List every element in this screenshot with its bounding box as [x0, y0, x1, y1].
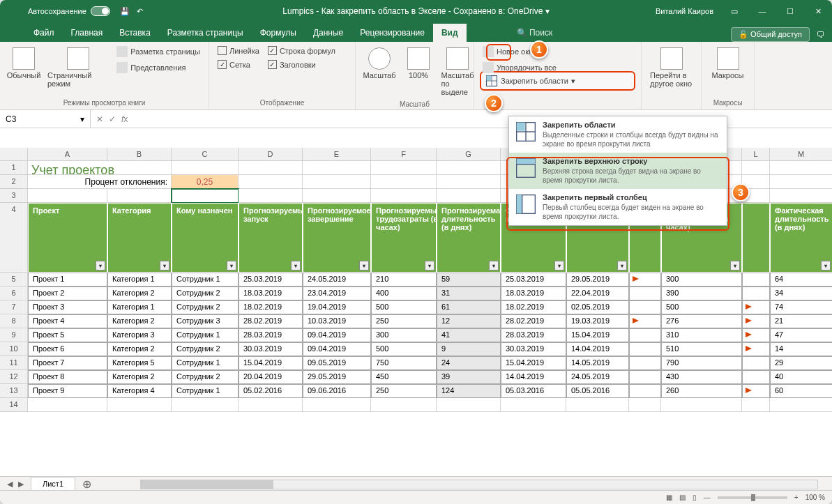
select-all-corner[interactable] — [0, 148, 28, 161]
cell[interactable] — [437, 398, 501, 412]
tab-file[interactable]: Файл — [25, 24, 63, 42]
cell[interactable] — [661, 398, 742, 412]
table-cell[interactable]: 14.04.2019 — [501, 370, 566, 384]
table-cell[interactable]: Проект 6 — [28, 342, 107, 356]
filter-button[interactable]: ▾ — [821, 261, 831, 270]
minimize-icon[interactable]: — — [748, 0, 776, 22]
table-cell[interactable]: 31 — [437, 287, 501, 300]
table-header[interactable] — [742, 203, 770, 273]
cell[interactable] — [107, 189, 172, 203]
table-cell[interactable]: 14.05.2019 — [566, 356, 629, 370]
table-cell[interactable] — [742, 300, 770, 314]
table-cell[interactable]: Категория 2 — [107, 314, 172, 328]
table-cell[interactable]: Проект 2 — [28, 287, 107, 300]
table-cell[interactable]: Сотрудник 3 — [172, 314, 239, 328]
cell[interactable] — [303, 175, 371, 189]
filter-button[interactable]: ▾ — [359, 261, 369, 270]
table-cell[interactable]: 28.03.2019 — [239, 328, 303, 342]
table-cell[interactable] — [742, 273, 770, 287]
check-headings[interactable]: Заголовки — [265, 59, 338, 70]
tab-view[interactable]: Вид — [433, 24, 467, 42]
table-cell[interactable]: Сотрудник 2 — [172, 342, 239, 356]
table-cell[interactable]: 790 — [661, 356, 742, 370]
table-cell[interactable] — [742, 328, 770, 342]
row-header[interactable]: 13 — [0, 384, 28, 398]
cell[interactable] — [437, 189, 501, 203]
table-cell[interactable] — [629, 287, 661, 300]
table-cell[interactable]: 500 — [371, 342, 437, 356]
table-cell[interactable]: Категория 2 — [107, 342, 172, 356]
table-cell[interactable]: 19.04.2019 — [303, 300, 371, 314]
table-cell[interactable]: 60 — [770, 384, 832, 398]
col-header[interactable]: F — [371, 148, 437, 161]
table-cell[interactable]: 34 — [770, 287, 832, 300]
tab-data[interactable]: Данные — [305, 24, 351, 42]
table-cell[interactable]: Категория 2 — [107, 287, 172, 300]
filter-button[interactable]: ▾ — [617, 261, 627, 270]
table-cell[interactable]: 18.02.2019 — [239, 300, 303, 314]
table-cell[interactable]: 260 — [661, 384, 742, 398]
row-header[interactable]: 1 — [0, 161, 28, 175]
table-cell[interactable]: 25.03.2019 — [239, 273, 303, 287]
table-header[interactable]: Прогнозируемые трудозатраты (в часах)▾ — [371, 203, 437, 273]
undo-icon[interactable]: ↶ — [137, 7, 143, 16]
row-header[interactable]: 10 — [0, 342, 28, 356]
table-header[interactable]: Кому назначен▾ — [172, 203, 239, 273]
table-cell[interactable]: 430 — [661, 370, 742, 384]
view-pagelayout-button[interactable]: Разметка страницы — [114, 45, 203, 59]
table-cell[interactable] — [629, 384, 661, 398]
table-cell[interactable]: Сотрудник 1 — [172, 328, 239, 342]
share-button[interactable]: 🔓 Общий доступ — [731, 27, 810, 42]
table-cell[interactable]: 14.04.2019 — [566, 342, 629, 356]
cell[interactable] — [770, 175, 832, 189]
tab-formulas[interactable]: Формулы — [252, 24, 305, 42]
table-cell[interactable]: 310 — [661, 328, 742, 342]
table-cell[interactable]: 05.05.2016 — [566, 384, 629, 398]
view-pagelayout-icon[interactable]: ▤ — [679, 494, 686, 501]
table-cell[interactable]: 18.03.2019 — [239, 287, 303, 300]
zoom-level[interactable]: 100 % — [805, 494, 825, 501]
table-cell[interactable]: 24 — [437, 356, 501, 370]
table-cell[interactable]: Проект 8 — [28, 370, 107, 384]
table-cell[interactable]: 500 — [371, 300, 437, 314]
cell-deviation[interactable]: 0,25 — [172, 175, 239, 189]
table-header[interactable]: Прогнозируемое завершение▾ — [303, 203, 371, 273]
row-header[interactable]: 2 — [0, 175, 28, 189]
table-cell[interactable]: 59 — [437, 273, 501, 287]
row-header[interactable]: 14 — [0, 398, 28, 412]
table-cell[interactable]: 210 — [371, 273, 437, 287]
view-pagebreak-button[interactable]: Страничный режим — [45, 45, 111, 91]
scrollbar-thumb[interactable] — [141, 480, 273, 489]
row-header[interactable]: 7 — [0, 300, 28, 314]
tab-insert[interactable]: Вставка — [111, 24, 159, 42]
name-box[interactable]: C3▾ — [0, 110, 91, 128]
table-cell[interactable]: 09.06.2016 — [303, 384, 371, 398]
view-pagebreak-icon[interactable]: ▯ — [693, 494, 697, 501]
table-cell[interactable]: 09.04.2019 — [303, 342, 371, 356]
table-cell[interactable]: 18.03.2019 — [501, 287, 566, 300]
table-cell[interactable]: 47 — [770, 328, 832, 342]
table-cell[interactable]: Сотрудник 2 — [172, 370, 239, 384]
table-cell[interactable]: Проект 7 — [28, 356, 107, 370]
table-cell[interactable]: 20.04.2019 — [239, 370, 303, 384]
table-cell[interactable]: 276 — [661, 314, 742, 328]
cell[interactable] — [742, 398, 770, 412]
cell[interactable] — [770, 189, 832, 203]
table-cell[interactable] — [742, 287, 770, 300]
table-cell[interactable]: 28.02.2019 — [501, 314, 566, 328]
table-cell[interactable]: 22.04.2019 — [566, 287, 629, 300]
filter-button[interactable]: ▾ — [291, 261, 301, 270]
table-cell[interactable]: 25.03.2019 — [501, 273, 566, 287]
enter-formula-icon[interactable]: ✓ — [109, 114, 116, 124]
zoom-out-icon[interactable]: — — [704, 494, 711, 501]
zoom-100-button[interactable]: 100% — [400, 45, 437, 82]
macros-button[interactable]: Макросы — [707, 45, 748, 82]
autosave-toggle[interactable]: Автосохранение — [28, 6, 110, 16]
cell[interactable] — [239, 398, 303, 412]
filter-button[interactable]: ▾ — [730, 261, 740, 270]
tab-search[interactable]: 🔍 Поиск — [508, 24, 561, 42]
filter-button[interactable]: ▾ — [96, 261, 105, 270]
col-header[interactable]: A — [28, 148, 107, 161]
table-cell[interactable]: 29 — [770, 356, 832, 370]
table-cell[interactable]: 28.02.2019 — [239, 314, 303, 328]
